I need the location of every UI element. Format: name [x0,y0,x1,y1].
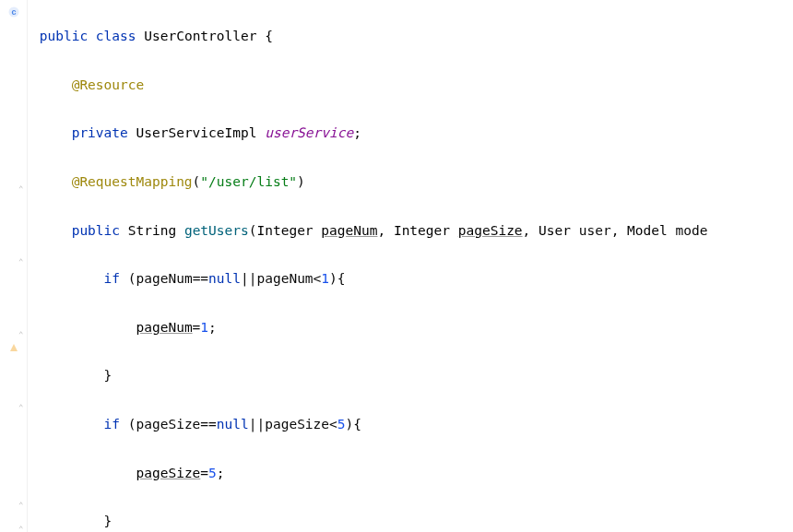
svg-text:c: c [11,7,16,17]
code-line[interactable]: if (pageNum==null||pageNum<1){ [31,266,793,290]
code-line[interactable]: } [31,363,793,387]
code-editor[interactable]: public class UserController { @Resource … [28,0,793,532]
fold-marker-icon[interactable]: ⌃ [18,250,26,257]
editor-gutter[interactable]: c ⌃ ⌃ ⌃ ⌃ ⌃ ⌃ [0,0,28,532]
code-line[interactable]: } [31,509,793,532]
fold-marker-icon[interactable]: ⌃ [18,396,26,403]
code-line[interactable]: private UserServiceImpl userService; [31,121,793,145]
class-icon: c [7,6,20,18]
code-line[interactable]: public class UserController { [31,24,793,48]
fold-marker-icon[interactable]: ⌃ [18,177,26,184]
code-line[interactable]: @Resource [31,73,793,97]
code-line[interactable]: @RequestMapping("/user/list") [31,170,793,194]
fold-marker-icon[interactable]: ⌃ [18,493,26,501]
code-line[interactable]: if (pageSize==null||pageSize<5){ [31,412,793,436]
warning-icon[interactable] [7,341,20,354]
fold-marker-icon[interactable]: ⌃ [18,517,26,525]
fold-marker-icon[interactable]: ⌃ [18,323,26,330]
code-line[interactable]: public String getUsers(Integer pageNum, … [31,219,793,242]
code-line[interactable]: pageSize=5; [31,461,793,485]
code-line[interactable]: pageNum=1; [31,315,793,339]
